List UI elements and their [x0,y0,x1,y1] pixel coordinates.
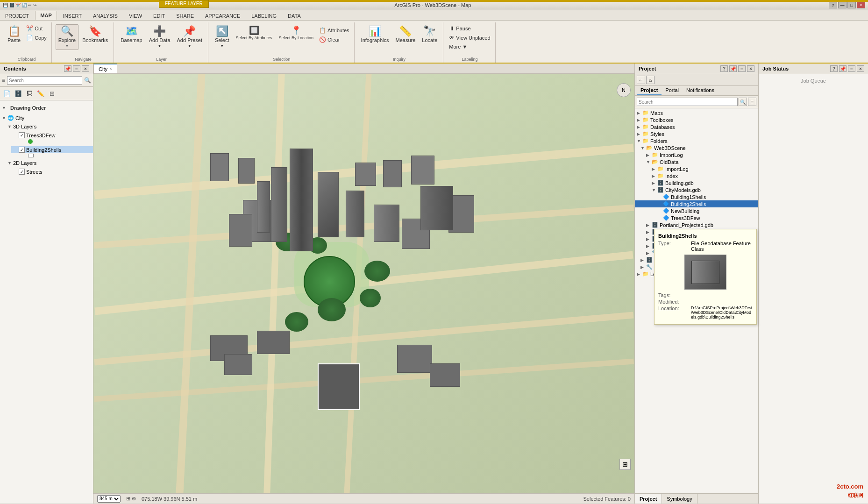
proj-portland-projected[interactable]: ▶ 🗄️ Portland_Projected.gdb [635,221,758,228]
select-button[interactable]: ↖️ Select ▼ [212,24,232,50]
contents-menu-btn[interactable]: ≡ [73,65,80,72]
clear-button[interactable]: 🚫 Clear [317,35,351,44]
importlog1-icon: 📁 [652,152,658,158]
map-tool-icon2[interactable]: ⊗ [132,496,136,502]
attributes-button[interactable]: 📋 Attributes [317,26,351,35]
proj-web3dscene[interactable]: ▼ 📂 Web3DScene [635,144,758,151]
map-tool-icon1[interactable]: ⊞ [126,496,130,502]
proj-maps[interactable]: ▶ 📁 Maps [635,109,758,116]
job-header: Job Status ? 📌 ≡ × [759,64,868,74]
job-close-btn[interactable]: × [857,65,864,72]
proj-importlog1[interactable]: ▶ 📁 ImportLog [635,151,758,158]
select-by-location-button[interactable]: 📍 Select By Location [276,24,317,42]
contents-search-icon[interactable]: 🔍 [84,77,91,84]
infographics-button[interactable]: 📊 Infographics [358,24,392,45]
help-btn[interactable]: ? [829,2,837,8]
close-btn[interactable]: × [857,2,865,8]
locate-button[interactable]: 🔭 Locate [419,24,440,45]
map-view[interactable]: ⊞ N [93,74,634,493]
job-menu-btn[interactable]: ≡ [848,65,855,72]
project-search-icon[interactable]: 🔍 [739,98,747,106]
bookmarks-button[interactable]: 🔖 Bookmarks [79,24,111,45]
tab-edit[interactable]: EDIT [148,11,170,20]
project-search-input[interactable] [637,98,738,106]
proj-tab-project[interactable]: Project [637,86,662,95]
compass[interactable]: N [617,83,631,97]
measure-button[interactable]: 📏 Measure [393,24,419,45]
proj-newbuilding[interactable]: 🔷 NewBuilding [635,207,758,214]
tab-labeling[interactable]: LABELING [246,11,282,20]
app-body: Contents 📌 ≡ × ≡ 🔍 📄 🗄️ ⛾ ✏️ ⊞ ▼ Drawing… [0,64,868,504]
proj-building1shells[interactable]: 🔷 Building1Shells [635,193,758,200]
proj-citymodels-gdb[interactable]: ▼ 🗄️ CityModels.gdb [635,186,758,193]
tree-2d-layers-row[interactable]: ▼ 2D Layers [6,160,93,166]
project-pin-btn[interactable]: 📌 [729,65,737,72]
more-button[interactable]: More ▼ [447,43,492,50]
project-close-btn[interactable]: × [747,65,754,72]
proj-styles[interactable]: ▶ 📁 Styles [635,130,758,137]
proj-toolboxes[interactable]: ▶ 📁 Toolboxes [635,116,758,123]
contents-grid-btn[interactable]: ⊞ [47,88,57,99]
proj-importlog2[interactable]: ▶ 📁 ImportLog [635,165,758,172]
contents-edit-btn[interactable]: ✏️ [36,88,46,99]
select-by-attributes-button[interactable]: 🔲 Select By Attributes [233,24,275,42]
project-menu-btn[interactable]: ≡ [738,65,746,72]
tree-3d-layers-row[interactable]: ▼ 3D Layers [6,123,93,130]
project-back-btn[interactable]: ← [637,76,645,84]
basemap-button[interactable]: 🗺️ Basemap [118,24,145,45]
proj-folders[interactable]: ▼ 📁 Folders [635,137,758,144]
job-pin-btn[interactable]: 📌 [839,65,847,72]
proj-tab-portal[interactable]: Portal [662,86,683,95]
view-unplaced-button[interactable]: 👁 View Unplaced [447,34,492,42]
streets-check[interactable] [19,169,25,175]
proj-building-gdb[interactable]: ▶ 🗄️ Building.gdb [635,179,758,186]
proj-building2shells[interactable]: 🔷 Building2Shells [635,200,758,207]
job-help-btn[interactable]: ? [830,65,838,72]
map-nav-controls[interactable]: ⊞ [619,459,631,470]
contents-close-btn[interactable]: × [82,65,89,72]
proj-trees3dfew[interactable]: 🔷 Trees3DFew [635,214,758,221]
tab-view[interactable]: VIEW [124,11,147,20]
contents-list-btn[interactable]: 📄 [2,88,12,99]
bot-tab-symbology[interactable]: Symbology [662,494,697,504]
proj-databases[interactable]: ▶ 📁 Databases [635,123,758,130]
tab-analysis[interactable]: ANALYSIS [88,11,123,20]
tree-trees3dfew-row[interactable]: Trees3DFew [11,132,93,139]
project-help-btn[interactable]: ? [720,65,728,72]
tab-project[interactable]: PROJECT [0,11,34,20]
add-preset-button[interactable]: 📌 Add Preset ▼ [174,24,205,50]
tab-share[interactable]: SHARE [171,11,199,20]
tree-streets-row[interactable]: Streets [11,168,93,175]
proj-olddata[interactable]: ▼ 📂 OldData [635,158,758,165]
bot-tab-project[interactable]: Project [635,494,662,504]
trees3dfew-check[interactable] [19,132,25,138]
contents-db-btn[interactable]: 🗄️ [13,88,23,99]
add-data-button[interactable]: ➕ Add Data ▼ [146,24,173,50]
project-home-btn[interactable]: ⌂ [646,76,655,84]
contents-pin-btn[interactable]: 📌 [64,65,71,72]
tree-building2shells-row[interactable]: Building2Shells [11,146,93,153]
building2shells-check[interactable] [19,147,25,153]
contents-filter-btn[interactable]: ⛾ [24,88,35,99]
pause-button[interactable]: ⏸ Pause [447,24,492,33]
tab-insert[interactable]: INSERT [58,11,87,20]
map-tab-city[interactable]: City × [93,64,117,73]
proj-index[interactable]: ▶ 📁 Index [635,172,758,179]
explore-button[interactable]: 🔍 Explore ▼ [56,24,78,50]
maximize-btn[interactable]: □ [847,2,856,8]
project-menu-icon[interactable]: ≡ [748,98,756,106]
cut-button[interactable]: ✂️ Cut [24,24,49,33]
tab-appearance[interactable]: APPEARANCE [200,11,245,20]
tab-feature-layer[interactable]: FEATURE LAYER [159,0,209,8]
paste-button[interactable]: 📋 Paste [5,24,23,45]
tab-data[interactable]: DATA [283,11,306,20]
scale-control[interactable]: 845 m [97,495,121,503]
tree-city-row[interactable]: ▼ 🌐 City [0,114,93,121]
tab-map[interactable]: MAP [35,11,57,20]
contents-search-input[interactable] [7,76,82,85]
proj-tab-notifications[interactable]: Notifications [683,86,718,95]
scale-select[interactable]: 845 m [97,495,121,503]
minimize-btn[interactable]: — [838,2,847,8]
map-tab-close-icon[interactable]: × [109,66,112,71]
copy-button[interactable]: 📄 Copy [24,34,49,42]
